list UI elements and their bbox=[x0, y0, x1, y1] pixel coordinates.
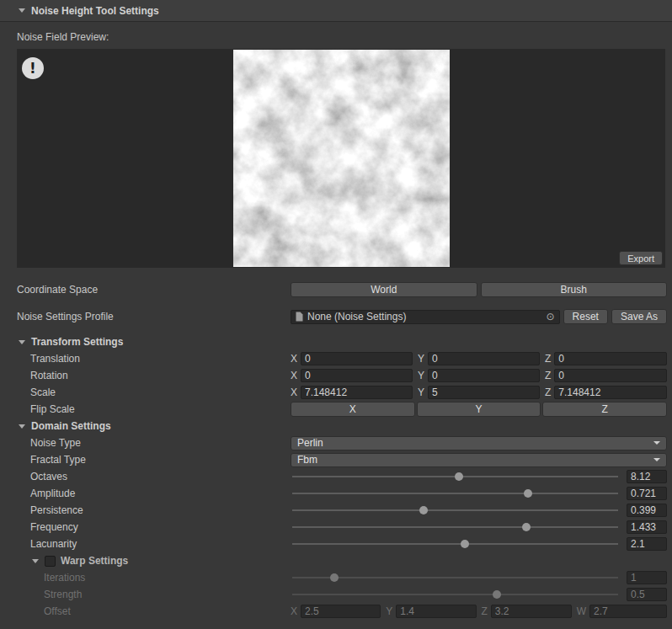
rotation-label: Rotation bbox=[17, 370, 291, 381]
scale-z-field[interactable] bbox=[554, 386, 667, 399]
noise-preview-area: ! Export bbox=[17, 49, 665, 268]
fractal-type-row: Fractal Type Fbm bbox=[0, 451, 672, 468]
offset-label: Offset bbox=[17, 605, 291, 617]
axis-z-label: Z bbox=[545, 353, 551, 365]
octaves-value-field[interactable] bbox=[627, 470, 667, 483]
flip-scale-label: Flip Scale bbox=[17, 403, 291, 415]
axis-w-label: W bbox=[577, 605, 586, 617]
translation-z-field[interactable] bbox=[554, 352, 667, 365]
coordinate-space-row: Coordinate Space World Brush bbox=[0, 281, 672, 298]
foldout-triangle-icon[interactable] bbox=[32, 559, 39, 563]
scale-label: Scale bbox=[17, 386, 291, 398]
warp-settings-title: Warp Settings bbox=[61, 555, 128, 567]
octaves-label: Octaves bbox=[17, 471, 291, 482]
noise-preview-label: Noise Field Preview: bbox=[17, 31, 109, 43]
lacunarity-value-field[interactable] bbox=[627, 537, 667, 551]
warp-settings-checkbox[interactable] bbox=[45, 556, 56, 567]
save-as-button[interactable]: Save As bbox=[611, 309, 667, 324]
amplitude-row: Amplitude bbox=[0, 485, 672, 502]
coordinate-space-brush-button[interactable]: Brush bbox=[481, 282, 668, 297]
slider-track bbox=[292, 493, 618, 494]
iterations-label: Iterations bbox=[17, 572, 291, 584]
axis-y-label: Y bbox=[418, 386, 424, 398]
scale-row: Scale X Y Z bbox=[0, 384, 672, 401]
reset-button-label: Reset bbox=[573, 311, 599, 322]
persistence-label: Persistence bbox=[17, 504, 291, 516]
amplitude-label: Amplitude bbox=[17, 488, 291, 499]
slider-handle[interactable] bbox=[455, 472, 463, 481]
persistence-slider[interactable] bbox=[291, 504, 620, 517]
warning-icon: ! bbox=[22, 57, 44, 79]
axis-y-label: Y bbox=[418, 353, 424, 365]
export-button-label: Export bbox=[627, 253, 654, 264]
frequency-value-field[interactable] bbox=[627, 520, 667, 534]
domain-settings-title: Domain Settings bbox=[31, 420, 111, 432]
flip-scale-x-button[interactable]: X bbox=[291, 402, 415, 417]
axis-x-label: X bbox=[291, 386, 297, 398]
offset-row: Offset X Y Z W bbox=[0, 603, 672, 620]
strength-label: Strength bbox=[17, 589, 291, 600]
octaves-slider[interactable] bbox=[291, 470, 620, 483]
coordinate-space-world-button[interactable]: World bbox=[291, 282, 477, 297]
noise-type-dropdown[interactable]: Perlin bbox=[291, 436, 667, 450]
slider-handle[interactable] bbox=[419, 506, 428, 514]
rotation-row: Rotation X Y Z bbox=[0, 367, 672, 384]
coordinate-space-label: Coordinate Space bbox=[17, 284, 291, 296]
flip-scale-y-button[interactable]: Y bbox=[417, 402, 541, 417]
axis-z-label: Z bbox=[482, 605, 488, 617]
object-picker-icon[interactable]: ⊙ bbox=[547, 311, 555, 322]
foldout-triangle-icon[interactable] bbox=[19, 340, 25, 344]
axis-y-label: Y bbox=[418, 370, 424, 381]
slider-handle bbox=[493, 590, 501, 599]
persistence-value-field[interactable] bbox=[627, 504, 667, 517]
flip-scale-z-button[interactable]: Z bbox=[542, 402, 667, 417]
tool-settings-header[interactable]: Noise Height Tool Settings bbox=[0, 0, 672, 22]
frequency-label: Frequency bbox=[17, 521, 291, 533]
flip-scale-row: Flip Scale X Y Z bbox=[0, 401, 672, 418]
rotation-x-field[interactable] bbox=[301, 369, 413, 382]
domain-settings-foldout[interactable]: Domain Settings bbox=[0, 418, 672, 434]
amplitude-value-field[interactable] bbox=[627, 487, 667, 500]
export-button[interactable]: Export bbox=[619, 251, 663, 265]
slider-track bbox=[292, 526, 618, 528]
iterations-row: Iterations bbox=[0, 569, 672, 586]
axis-x-label: X bbox=[291, 605, 297, 617]
warp-settings-foldout[interactable]: Warp Settings bbox=[0, 552, 672, 569]
rotation-y-field[interactable] bbox=[428, 369, 540, 382]
noise-settings-profile-row: Noise Settings Profile None (Noise Setti… bbox=[0, 308, 672, 325]
noise-settings-object-field[interactable]: None (Noise Settings) ⊙ bbox=[291, 310, 560, 324]
persistence-row: Persistence bbox=[0, 502, 672, 519]
foldout-triangle-icon[interactable] bbox=[19, 424, 25, 429]
strength-value-field bbox=[627, 588, 667, 601]
slider-handle[interactable] bbox=[522, 523, 531, 531]
translation-y-field[interactable] bbox=[428, 352, 540, 365]
offset-x-field bbox=[301, 605, 381, 618]
amplitude-slider[interactable] bbox=[291, 487, 620, 500]
lacunarity-slider[interactable] bbox=[291, 537, 620, 551]
scale-y-field[interactable] bbox=[428, 386, 540, 399]
fractal-type-value: Fbm bbox=[297, 454, 317, 466]
lacunarity-label: Lacunarity bbox=[17, 538, 291, 550]
slider-handle[interactable] bbox=[461, 540, 469, 548]
axis-x-label: X bbox=[291, 353, 297, 365]
object-field-value: None (Noise Settings) bbox=[307, 311, 547, 322]
foldout-triangle-icon[interactable] bbox=[19, 8, 25, 13]
transform-settings-foldout[interactable]: Transform Settings bbox=[0, 333, 672, 350]
axis-x-label: X bbox=[291, 370, 297, 381]
rotation-z-field[interactable] bbox=[554, 369, 667, 382]
frequency-slider[interactable] bbox=[291, 520, 620, 534]
chevron-down-icon bbox=[653, 458, 660, 461]
fractal-type-dropdown[interactable]: Fbm bbox=[291, 453, 667, 467]
scale-x-field[interactable] bbox=[301, 386, 413, 399]
slider-track bbox=[292, 577, 618, 578]
noise-preview-image bbox=[233, 50, 450, 267]
reset-button[interactable]: Reset bbox=[563, 309, 608, 324]
axis-z-label: Z bbox=[545, 370, 551, 381]
world-button-label: World bbox=[371, 284, 397, 296]
slider-handle[interactable] bbox=[524, 489, 532, 498]
strength-slider bbox=[291, 588, 620, 601]
offset-y-field bbox=[396, 605, 476, 618]
slider-track bbox=[292, 509, 618, 511]
translation-x-field[interactable] bbox=[301, 352, 413, 365]
flip-x-label: X bbox=[349, 403, 356, 415]
